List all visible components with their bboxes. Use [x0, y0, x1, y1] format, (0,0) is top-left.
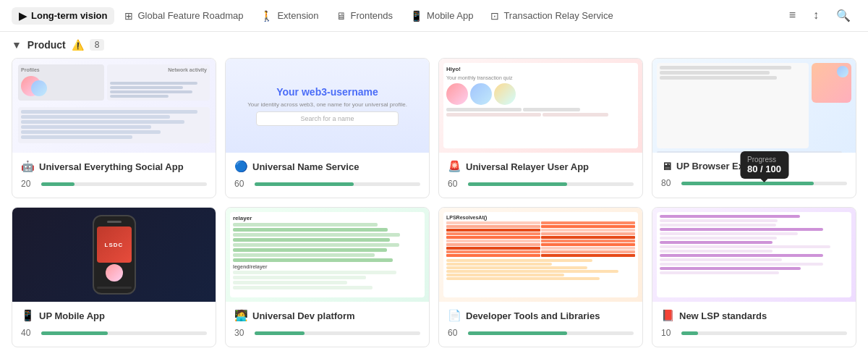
card-thumbnail-universal-relayer-user-app: Hiyo! Your monthly transaction quiz — [439, 59, 642, 153]
card-progress-num-new-lsp-standards: 10 — [661, 328, 676, 338]
nav-item-mobile-app[interactable]: 📱 Mobile App — [403, 7, 480, 25]
card-title-new-lsp-standards: 📕New LSP standards — [661, 309, 847, 322]
card-title-text-up-mobile-app: UP Mobile App — [39, 310, 105, 321]
group-warning-icon: ⚠️ — [72, 39, 84, 51]
card-title-up-mobile-app: 📱UP Mobile App — [21, 309, 207, 322]
card-emoji-new-lsp-standards: 📕 — [661, 309, 675, 322]
nav-label: Frontends — [351, 10, 393, 21]
cards-grid: Profiles Network activity — [0, 58, 868, 359]
group-toggle[interactable]: ▼ — [12, 39, 22, 51]
card-emoji-developer-tools-and-libraries: 📄 — [448, 309, 461, 322]
card-progress-bar-bg-up-mobile-app — [41, 331, 207, 335]
card-title-text-new-lsp-standards: New LSP standards — [679, 310, 767, 321]
card-body-universal-dev-platform: 🧑‍💻Universal Dev platform30 — [226, 302, 429, 347]
card-title-universal-everything-social-app: 🤖Universal Everything Social App — [21, 160, 207, 173]
card-progress-bar-fill-new-lsp-standards — [681, 331, 698, 335]
card-body-universal-relayer-user-app: 🚨Universal Relayer User App60 — [439, 153, 642, 198]
nav-right-controls: ≡ ↕ 🔍 — [783, 6, 856, 25]
card-progress-bar-fill-universal-relayer-user-app — [468, 182, 567, 186]
card-progress-bar-fill-universal-name-service — [255, 182, 354, 186]
card-progress-row-universal-dev-platform: 30 — [234, 328, 420, 338]
card-progress-bar-bg-universal-everything-social-app — [41, 182, 207, 186]
play-icon: ▶ — [19, 10, 27, 22]
card-thumbnail-up-browser-extension — [652, 59, 856, 153]
card-progress-row-universal-relayer-user-app: 60 — [448, 179, 634, 189]
card-title-text-universal-everything-social-app: Universal Everything Social App — [39, 161, 184, 172]
group-header: ▼ Product ⚠️ 8 — [0, 32, 868, 58]
card-emoji-universal-everything-social-app: 🤖 — [21, 160, 35, 173]
card-emoji-up-mobile-app: 📱 — [21, 309, 35, 322]
card-body-up-browser-extension: 🖥UP Browser Extension80Progress80 / 100 — [652, 153, 856, 197]
card-progress-bar-fill-universal-dev-platform — [255, 331, 305, 335]
card-body-up-mobile-app: 📱UP Mobile App40 — [12, 302, 216, 347]
card-universal-dev-platform[interactable]: relayer legend/relayer 🧑‍💻Universal Dev … — [225, 207, 430, 347]
card-emoji-up-browser-extension: 🖥 — [661, 160, 672, 172]
group-label: Product — [27, 39, 66, 51]
card-progress-row-new-lsp-standards: 10 — [661, 328, 847, 338]
card-universal-relayer-user-app[interactable]: Hiyo! Your monthly transaction quiz 🚨Uni… — [438, 58, 643, 198]
nav-item-extension[interactable]: 🚶 Extension — [253, 7, 326, 25]
card-progress-bar-bg-universal-name-service — [255, 182, 420, 186]
card-progress-bar-fill-up-browser-extension — [681, 182, 814, 185]
mobile-icon: 📱 — [410, 10, 422, 22]
nav-label: Long-term vision — [31, 10, 107, 21]
card-title-developer-tools-and-libraries: 📄Developer Tools and Libraries — [448, 309, 634, 322]
card-progress-bar-bg-new-lsp-standards — [681, 331, 847, 335]
card-emoji-universal-dev-platform: 🧑‍💻 — [234, 309, 248, 322]
nav-label: Mobile App — [427, 10, 473, 21]
card-thumbnail-up-mobile-app: LSDC — [12, 208, 216, 302]
card-progress-num-up-browser-extension: 80 — [661, 178, 676, 188]
card-emoji-universal-relayer-user-app: 🚨 — [448, 160, 461, 173]
nav-item-global-feature-roadmap[interactable]: ⊞ Global Feature Roadmap — [117, 7, 250, 25]
card-up-mobile-app[interactable]: LSDC 📱UP Mobile App40 — [12, 207, 216, 347]
search-button[interactable]: 🔍 — [830, 6, 856, 25]
filter-button[interactable]: ≡ — [783, 6, 801, 25]
card-progress-bar-bg-universal-dev-platform — [255, 331, 420, 335]
card-progress-bar-bg-developer-tools-and-libraries — [468, 331, 634, 335]
nav-label: Global Feature Roadmap — [137, 10, 243, 21]
monitor-icon: 🖥 — [336, 10, 346, 22]
nav-item-frontends[interactable]: 🖥 Frontends — [329, 7, 401, 25]
card-thumbnail-universal-everything-social-app: Profiles Network activity — [12, 59, 216, 153]
relay-icon: ⊡ — [490, 10, 499, 22]
card-progress-row-up-browser-extension: 80Progress80 / 100 — [661, 178, 847, 188]
card-progress-bar-fill-universal-everything-social-app — [41, 182, 75, 186]
card-universal-name-service[interactable]: Your web3-username Your identity across … — [225, 58, 430, 198]
card-progress-bar-fill-up-mobile-app — [41, 331, 108, 335]
card-body-universal-name-service: 🔵Universal Name Service60 — [226, 153, 429, 198]
card-thumbnail-new-lsp-standards — [652, 208, 856, 302]
card-title-text-universal-relayer-user-app: Universal Relayer User App — [466, 161, 589, 172]
grid-icon: ⊞ — [124, 10, 133, 22]
card-progress-bar-bg-universal-relayer-user-app — [468, 182, 634, 186]
card-body-universal-everything-social-app: 🤖Universal Everything Social App20 — [12, 153, 216, 198]
card-title-universal-dev-platform: 🧑‍💻Universal Dev platform — [234, 309, 420, 322]
nav-label: Extension — [277, 10, 318, 21]
card-thumbnail-universal-name-service: Your web3-username Your identity across … — [226, 59, 429, 153]
nav-label: Transaction Relay Service — [503, 10, 613, 21]
card-title-universal-relayer-user-app: 🚨Universal Relayer User App — [448, 160, 634, 173]
card-title-text-universal-name-service: Universal Name Service — [252, 161, 359, 172]
card-progress-row-universal-name-service: 60 — [234, 179, 420, 189]
person-icon: 🚶 — [260, 10, 273, 22]
card-developer-tools-and-libraries[interactable]: LPSResolvesAt() 📄Developer Tools and Lib… — [438, 207, 643, 347]
sort-button[interactable]: ↕ — [807, 6, 825, 25]
card-thumbnail-developer-tools-and-libraries: LPSResolvesAt() — [439, 208, 642, 302]
card-new-lsp-standards[interactable]: 📕New LSP standards10 — [652, 207, 856, 347]
card-progress-bar-bg-up-browser-extension: Progress80 / 100 — [681, 182, 847, 185]
card-title-text-up-browser-extension: UP Browser Extension — [676, 161, 777, 172]
card-thumbnail-universal-dev-platform: relayer legend/relayer — [226, 208, 429, 302]
nav-item-transaction-relay-service[interactable]: ⊡ Transaction Relay Service — [483, 7, 620, 25]
nav-item-long-term-vision[interactable]: ▶ Long-term vision — [12, 7, 114, 25]
card-body-new-lsp-standards: 📕New LSP standards10 — [652, 302, 856, 347]
card-universal-everything-social-app[interactable]: Profiles Network activity — [12, 58, 216, 198]
card-progress-num-universal-dev-platform: 30 — [234, 328, 249, 338]
top-nav: ▶ Long-term vision ⊞ Global Feature Road… — [0, 0, 868, 32]
card-title-universal-name-service: 🔵Universal Name Service — [234, 160, 420, 173]
card-progress-row-developer-tools-and-libraries: 60 — [448, 328, 634, 338]
card-emoji-universal-name-service: 🔵 — [234, 160, 248, 173]
card-title-up-browser-extension: 🖥UP Browser Extension — [661, 160, 847, 172]
card-progress-num-developer-tools-and-libraries: 60 — [448, 328, 462, 338]
card-progress-num-universal-name-service: 60 — [234, 179, 249, 189]
card-up-browser-extension[interactable]: 🖥UP Browser Extension80Progress80 / 100 — [652, 58, 856, 198]
card-progress-num-up-mobile-app: 40 — [21, 328, 35, 338]
